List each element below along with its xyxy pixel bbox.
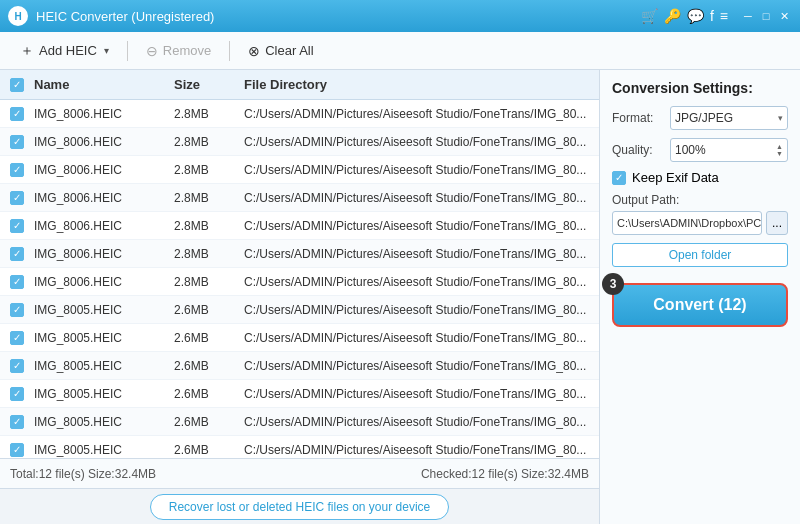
convert-button[interactable]: Convert (12) [612, 283, 788, 327]
recover-button[interactable]: Recover lost or deleted HEIC files on yo… [150, 494, 449, 520]
quality-input[interactable]: 100% ▲ ▼ [670, 138, 788, 162]
key-icon[interactable]: 🔑 [664, 8, 681, 24]
col-dir-header: File Directory [240, 77, 595, 92]
cart-icon[interactable]: 🛒 [641, 8, 658, 24]
clear-all-button[interactable]: ⊗ Clear All [238, 39, 323, 63]
table-row[interactable]: IMG_8006.HEIC 2.8MB C:/Users/ADMIN/Pictu… [0, 268, 599, 296]
file-name-cell: IMG_8006.HEIC [30, 275, 170, 289]
row-checkbox[interactable] [4, 247, 30, 261]
file-checkbox-11[interactable] [10, 415, 24, 429]
quality-arrows[interactable]: ▲ ▼ [776, 143, 783, 157]
file-path-cell: C:/Users/ADMIN/Pictures/Aiseesoft Studio… [240, 219, 595, 233]
file-size-cell: 2.6MB [170, 303, 240, 317]
file-path-cell: C:/Users/ADMIN/Pictures/Aiseesoft Studio… [240, 415, 595, 429]
row-checkbox[interactable] [4, 275, 30, 289]
table-row[interactable]: IMG_8005.HEIC 2.6MB C:/Users/ADMIN/Pictu… [0, 324, 599, 352]
file-name-cell: IMG_8006.HEIC [30, 191, 170, 205]
file-path-cell: C:/Users/ADMIN/Pictures/Aiseesoft Studio… [240, 163, 595, 177]
output-path-row: C:\Users\ADMIN\Dropbox\PC\... ... [612, 211, 788, 235]
select-all-checkbox[interactable] [10, 78, 24, 92]
file-checkbox-8[interactable] [10, 331, 24, 345]
app-title: HEIC Converter (Unregistered) [36, 9, 641, 24]
main-content: Name Size File Directory IMG_8006.HEIC 2… [0, 70, 800, 524]
add-heic-button[interactable]: ＋ Add HEIC ▾ [10, 38, 119, 64]
table-row[interactable]: IMG_8006.HEIC 2.8MB C:/Users/ADMIN/Pictu… [0, 156, 599, 184]
file-size-cell: 2.8MB [170, 247, 240, 261]
row-checkbox[interactable] [4, 219, 30, 233]
file-path-cell: C:/Users/ADMIN/Pictures/Aiseesoft Studio… [240, 275, 595, 289]
chat-icon[interactable]: 💬 [687, 8, 704, 24]
browse-button[interactable]: ... [766, 211, 788, 235]
file-path-cell: C:/Users/ADMIN/Pictures/Aiseesoft Studio… [240, 387, 595, 401]
convert-area: 3 Convert (12) [612, 283, 788, 327]
row-checkbox[interactable] [4, 387, 30, 401]
table-row[interactable]: IMG_8006.HEIC 2.8MB C:/Users/ADMIN/Pictu… [0, 100, 599, 128]
quality-control: 100% ▲ ▼ [670, 138, 788, 162]
file-size-cell: 2.8MB [170, 191, 240, 205]
row-checkbox[interactable] [4, 331, 30, 345]
row-checkbox[interactable] [4, 415, 30, 429]
row-checkbox[interactable] [4, 359, 30, 373]
row-checkbox[interactable] [4, 135, 30, 149]
file-checkbox-12[interactable] [10, 443, 24, 457]
file-checkbox-5[interactable] [10, 247, 24, 261]
output-path-value: C:\Users\ADMIN\Dropbox\PC\... [612, 211, 762, 235]
format-select[interactable]: JPG/JPEG ▾ [670, 106, 788, 130]
file-name-cell: IMG_8005.HEIC [30, 359, 170, 373]
keep-exif-checkbox[interactable] [612, 171, 626, 185]
table-row[interactable]: IMG_8005.HEIC 2.6MB C:/Users/ADMIN/Pictu… [0, 296, 599, 324]
file-path-cell: C:/Users/ADMIN/Pictures/Aiseesoft Studio… [240, 303, 595, 317]
add-icon: ＋ [20, 42, 34, 60]
table-row[interactable]: IMG_8006.HEIC 2.8MB C:/Users/ADMIN/Pictu… [0, 184, 599, 212]
file-checkbox-6[interactable] [10, 275, 24, 289]
table-row[interactable]: IMG_8006.HEIC 2.8MB C:/Users/ADMIN/Pictu… [0, 128, 599, 156]
table-row[interactable]: IMG_8005.HEIC 2.6MB C:/Users/ADMIN/Pictu… [0, 436, 599, 458]
table-row[interactable]: IMG_8006.HEIC 2.8MB C:/Users/ADMIN/Pictu… [0, 212, 599, 240]
file-checkbox-3[interactable] [10, 191, 24, 205]
status-bar: Total:12 file(s) Size:32.4MB Checked:12 … [0, 458, 599, 488]
table-row[interactable]: IMG_8005.HEIC 2.6MB C:/Users/ADMIN/Pictu… [0, 352, 599, 380]
quality-down-arrow[interactable]: ▼ [776, 150, 783, 157]
format-label: Format: [612, 111, 664, 125]
row-checkbox[interactable] [4, 191, 30, 205]
row-checkbox[interactable] [4, 303, 30, 317]
maximize-button[interactable]: □ [758, 8, 774, 24]
table-row[interactable]: IMG_8005.HEIC 2.6MB C:/Users/ADMIN/Pictu… [0, 408, 599, 436]
file-checkbox-9[interactable] [10, 359, 24, 373]
file-size-cell: 2.8MB [170, 219, 240, 233]
file-checkbox-1[interactable] [10, 135, 24, 149]
file-table-body[interactable]: IMG_8006.HEIC 2.8MB C:/Users/ADMIN/Pictu… [0, 100, 599, 458]
app-logo: H [8, 6, 28, 26]
row-checkbox[interactable] [4, 163, 30, 177]
bottom-bar: Recover lost or deleted HEIC files on yo… [0, 488, 599, 524]
table-row[interactable]: IMG_8006.HEIC 2.8MB C:/Users/ADMIN/Pictu… [0, 240, 599, 268]
file-size-cell: 2.6MB [170, 331, 240, 345]
file-checkbox-7[interactable] [10, 303, 24, 317]
file-panel: Name Size File Directory IMG_8006.HEIC 2… [0, 70, 600, 524]
remove-button[interactable]: ⊖ Remove [136, 39, 221, 63]
file-size-cell: 2.6MB [170, 443, 240, 457]
minimize-button[interactable]: ─ [740, 8, 756, 24]
file-path-cell: C:/Users/ADMIN/Pictures/Aiseesoft Studio… [240, 107, 595, 121]
file-path-cell: C:/Users/ADMIN/Pictures/Aiseesoft Studio… [240, 331, 595, 345]
file-name-cell: IMG_8006.HEIC [30, 219, 170, 233]
facebook-icon[interactable]: f [710, 8, 714, 24]
file-size-cell: 2.6MB [170, 387, 240, 401]
file-checkbox-0[interactable] [10, 107, 24, 121]
file-checkbox-4[interactable] [10, 219, 24, 233]
keep-exif-label: Keep Exif Data [632, 170, 719, 185]
quality-up-arrow[interactable]: ▲ [776, 143, 783, 150]
file-checkbox-2[interactable] [10, 163, 24, 177]
header-checkbox[interactable] [4, 78, 30, 92]
file-checkbox-10[interactable] [10, 387, 24, 401]
open-folder-button[interactable]: Open folder [612, 243, 788, 267]
menu-icon[interactable]: ≡ [720, 8, 728, 24]
checked-status: Checked:12 file(s) Size:32.4MB [421, 467, 589, 481]
clear-icon: ⊗ [248, 43, 260, 59]
row-checkbox[interactable] [4, 443, 30, 457]
dropdown-arrow[interactable]: ▾ [104, 45, 109, 56]
table-row[interactable]: IMG_8005.HEIC 2.6MB C:/Users/ADMIN/Pictu… [0, 380, 599, 408]
row-checkbox[interactable] [4, 107, 30, 121]
file-size-cell: 2.8MB [170, 275, 240, 289]
close-button[interactable]: ✕ [776, 8, 792, 24]
